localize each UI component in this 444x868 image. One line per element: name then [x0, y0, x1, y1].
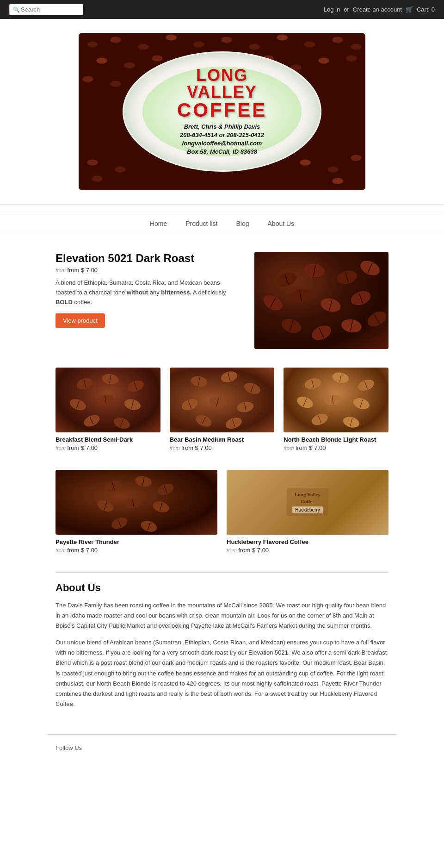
hero-oval-inner: LONG VALLEY COFFEE Brett, Chris & Philli…: [142, 67, 302, 156]
search-icon: 🔍: [13, 6, 20, 13]
create-account-link[interactable]: Create an account: [353, 6, 402, 13]
hero-section: LONG VALLEY COFFEE Brett, Chris & Philli…: [0, 19, 444, 195]
product-name-payette: Payette River Thunder: [56, 538, 217, 545]
search-wrapper: 🔍: [9, 4, 83, 15]
hero-subtitle-3: longvalcoffee@hotmail.com: [182, 139, 262, 148]
hero-title-coffee: COFFEE: [177, 100, 267, 120]
product-price-huckleberry: from from $ 7.00: [227, 547, 388, 554]
about-title: About Us: [56, 582, 388, 594]
nav-blog[interactable]: Blog: [236, 220, 249, 227]
cart-icon[interactable]: 🛒: [406, 6, 413, 13]
product-price-north-beach: from from $ 7.00: [284, 444, 388, 451]
view-product-button[interactable]: View product: [56, 313, 105, 328]
header-right: Log in or Create an account 🛒 Cart: 0: [324, 6, 435, 13]
product-grid-row2: Payette River Thunder from from $ 7.00 L…: [56, 470, 388, 554]
cart-count: Cart: 0: [417, 6, 435, 13]
nav-home[interactable]: Home: [150, 220, 167, 227]
product-img-bear-basin: [170, 368, 275, 432]
about-section: About Us The Davis Family has been roast…: [56, 572, 388, 725]
product-name-breakfast: Breakfast Blend Semi-Dark: [56, 436, 160, 443]
navigation: Home Product list Blog About Us: [0, 214, 444, 233]
hero-title-long-valley: LONG VALLEY: [161, 67, 283, 100]
login-link[interactable]: Log in: [324, 6, 340, 13]
huckleberry-label: Huckleberry: [292, 506, 322, 513]
product-grid-row1: Breakfast Blend Semi-Dark from from $ 7.…: [56, 368, 388, 451]
nav-about-us[interactable]: About Us: [268, 220, 295, 227]
footer-follow-label: Follow Us: [56, 744, 82, 751]
hero-subtitle-1: Brett, Chris & Phillip Davis: [184, 123, 260, 131]
product-card-payette: Payette River Thunder from from $ 7.00: [56, 470, 217, 554]
nav-product-list[interactable]: Product list: [185, 220, 217, 227]
about-para2: Our unique blend of Arabican beans (Suma…: [56, 637, 388, 709]
product-name-huckleberry: Huckleberry Flavored Coffee: [227, 538, 388, 545]
hero-banner: LONG VALLEY COFFEE Brett, Chris & Philli…: [79, 33, 365, 190]
hero-oval: LONG VALLEY COFFEE Brett, Chris & Philli…: [123, 51, 321, 172]
featured-product-title: Elevation 5021 Dark Roast: [56, 252, 240, 265]
featured-product: Elevation 5021 Dark Roast from from $ 7.…: [56, 252, 388, 349]
hero-subtitle-2: 208-634-4514 or 208-315-0412: [180, 131, 264, 139]
product-card-huckleberry: Long ValleyCoffee Huckleberry Huckleberr…: [227, 470, 388, 554]
product-card-bear-basin: Bear Basin Medium Roast from from $ 7.00: [170, 368, 275, 451]
about-para1: The Davis Family has been roasting coffe…: [56, 600, 388, 631]
product-card-north-beach: North Beach Blonde Light Roast from from…: [284, 368, 388, 451]
coffee-beans-svg: [254, 252, 388, 349]
product-img-breakfast: [56, 368, 160, 432]
footer: Follow Us: [46, 734, 398, 761]
featured-product-description: A blend of Ethiopia, Sumatra, Costa Rica…: [56, 278, 240, 307]
product-img-huckleberry: Long ValleyCoffee Huckleberry: [227, 470, 388, 535]
or-text: or: [344, 6, 349, 13]
product-img-payette: [56, 470, 217, 535]
product-name-north-beach: North Beach Blonde Light Roast: [284, 436, 388, 443]
product-price-breakfast: from from $ 7.00: [56, 444, 160, 451]
featured-product-img-bg: [254, 252, 388, 349]
featured-product-price: from from $ 7.00: [56, 267, 240, 274]
hero-subtitle-4: Box 58, McCall, ID 83638: [187, 148, 257, 156]
header: 🔍 Log in or Create an account 🛒 Cart: 0: [0, 0, 444, 19]
product-price-payette: from from $ 7.00: [56, 547, 217, 554]
featured-product-image: [254, 252, 388, 349]
search-input[interactable]: [9, 4, 83, 15]
featured-product-info: Elevation 5021 Dark Roast from from $ 7.…: [56, 252, 240, 328]
product-card-breakfast: Breakfast Blend Semi-Dark from from $ 7.…: [56, 368, 160, 451]
product-name-bear-basin: Bear Basin Medium Roast: [170, 436, 275, 443]
product-img-north-beach: [284, 368, 388, 432]
product-price-bear-basin: from from $ 7.00: [170, 444, 275, 451]
divider-top: [0, 204, 444, 205]
main-content: Elevation 5021 Dark Roast from from $ 7.…: [46, 233, 398, 734]
